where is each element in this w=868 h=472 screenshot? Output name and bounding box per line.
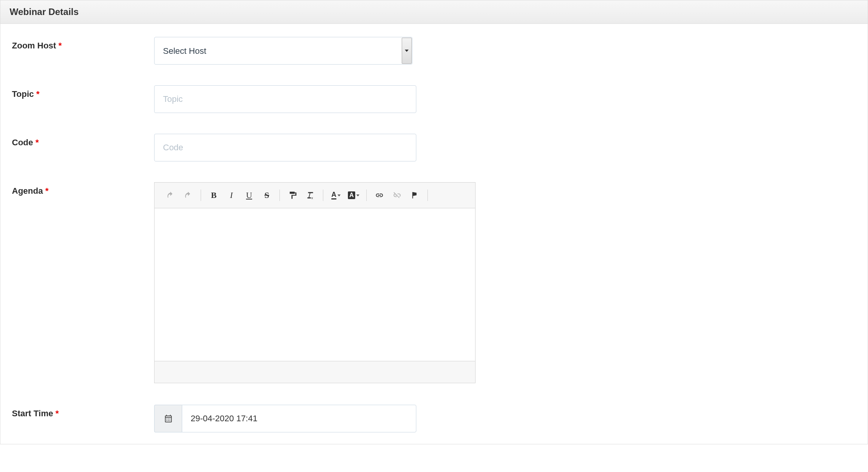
toolbar-separator — [323, 189, 323, 201]
strike-icon: S — [264, 190, 269, 200]
underline-button[interactable]: U — [242, 188, 256, 203]
panel-title: Webinar Details — [10, 7, 858, 17]
row-code: Code * — [12, 134, 856, 161]
unlink-button[interactable] — [390, 188, 404, 203]
undo-icon — [166, 191, 175, 199]
undo-button[interactable] — [163, 188, 178, 203]
required-marker: * — [58, 41, 62, 50]
code-label: Code * — [12, 134, 154, 148]
start-time-group — [154, 405, 416, 432]
remove-format-button[interactable]: x — [303, 188, 318, 203]
agenda-textarea[interactable] — [155, 208, 475, 361]
start-time-label: Start Time * — [12, 405, 154, 419]
italic-icon: I — [230, 190, 233, 200]
row-start-time: Start Time * — [12, 405, 856, 432]
editor-toolbar: B I U S x A — [155, 183, 475, 208]
bold-button[interactable]: B — [206, 188, 221, 203]
strike-button[interactable]: S — [259, 188, 274, 203]
zoom-host-select-wrap: Select Host — [154, 37, 412, 65]
link-button[interactable] — [372, 188, 387, 203]
start-time-input[interactable] — [182, 405, 416, 432]
editor-footer — [155, 361, 475, 383]
required-marker: * — [36, 89, 40, 99]
redo-icon — [184, 191, 192, 199]
underline-icon: U — [246, 190, 252, 200]
row-zoom-host: Zoom Host * Select Host — [12, 37, 856, 65]
link-icon — [375, 191, 384, 199]
bold-icon: B — [211, 190, 217, 200]
code-input[interactable] — [154, 134, 416, 161]
toolbar-separator — [427, 189, 428, 201]
required-marker: * — [55, 409, 59, 418]
required-marker: * — [35, 138, 39, 147]
unlink-icon — [393, 191, 401, 199]
bg-color-button[interactable]: A — [346, 188, 361, 203]
agenda-editor: B I U S x A — [154, 182, 476, 383]
toolbar-separator — [279, 189, 280, 201]
zoom-host-select[interactable]: Select Host — [154, 37, 412, 65]
toolbar-separator — [366, 189, 367, 201]
row-topic: Topic * — [12, 85, 856, 113]
text-color-icon: A — [331, 191, 336, 199]
anchor-button[interactable] — [407, 188, 422, 203]
topic-input[interactable] — [154, 85, 416, 113]
text-color-button[interactable]: A — [329, 188, 343, 203]
remove-format-icon: x — [306, 191, 314, 199]
required-marker: * — [45, 186, 49, 196]
topic-label: Topic * — [12, 85, 154, 99]
chevron-down-icon — [356, 194, 359, 196]
calendar-icon — [164, 414, 173, 423]
panel-body: Zoom Host * Select Host Topic * — [0, 24, 868, 444]
bg-color-icon: A — [348, 191, 356, 199]
row-agenda: Agenda * B I U — [12, 182, 856, 383]
chevron-down-icon — [338, 194, 341, 196]
panel-header: Webinar Details — [0, 0, 868, 24]
svg-text:x: x — [311, 196, 313, 199]
agenda-label: Agenda * — [12, 182, 154, 196]
calendar-addon[interactable] — [154, 405, 182, 432]
italic-button[interactable]: I — [224, 188, 239, 203]
redo-button[interactable] — [181, 188, 195, 203]
webinar-details-panel: Webinar Details Zoom Host * Select Host … — [0, 0, 868, 444]
zoom-host-label: Zoom Host * — [12, 37, 154, 51]
flag-icon — [411, 191, 419, 199]
copy-formatting-button[interactable] — [285, 188, 300, 203]
toolbar-separator — [201, 189, 201, 201]
paint-roller-icon — [288, 191, 297, 199]
